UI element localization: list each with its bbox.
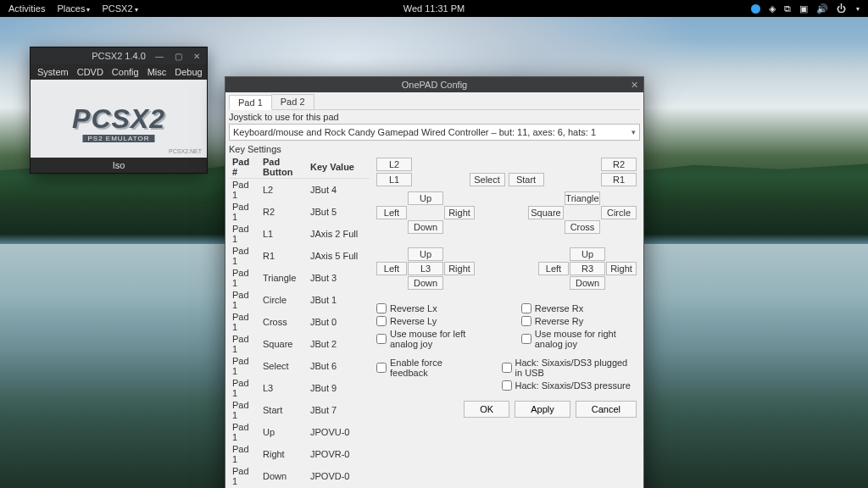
minimize-icon[interactable]: — xyxy=(153,50,166,62)
pcsx2-logo-area: PCSX2 PS2 EMULATOR PCSX2.NET xyxy=(31,80,207,158)
key-settings-label: Key Settings xyxy=(229,144,640,154)
pcsx2-menubar: System CDVD Config Misc Debug xyxy=(31,64,207,80)
system-menu-caret[interactable]: ▾ xyxy=(856,5,860,13)
keytable-panel: Pad # Pad Button Key Value Pad 1L2JBut 4… xyxy=(229,156,370,488)
chk-mouse-left[interactable]: Use mouse for left analog joy xyxy=(376,329,487,349)
chk-mouse-right[interactable]: Use mouse for right analog joy xyxy=(521,329,637,349)
menu-cdvd[interactable]: CDVD xyxy=(77,67,103,77)
tab-pad1[interactable]: Pad 1 xyxy=(229,95,272,110)
onepad-titlebar[interactable]: OnePAD Config ✕ xyxy=(225,77,643,92)
top-panel: Activities Places▾ PCSX2▾ Wed 11:31 PM ◈… xyxy=(0,0,868,17)
btn-rstick-left[interactable]: Left xyxy=(538,262,569,275)
key-table[interactable]: Pad # Pad Button Key Value Pad 1L2JBut 4… xyxy=(229,156,370,488)
btn-rstick-down[interactable]: Down xyxy=(570,276,605,290)
menu-debug[interactable]: Debug xyxy=(175,67,202,77)
btn-r1[interactable]: R1 xyxy=(601,173,637,186)
btn-lstick-left[interactable]: Left xyxy=(376,262,407,275)
table-row[interactable]: Pad 1RightJPOVR-0 xyxy=(229,443,370,465)
pcsx2-logo: PCSX2 xyxy=(72,103,165,135)
chk-reverse-lx[interactable]: Reverse Lx xyxy=(376,303,487,313)
pcsx2-tagline: PS2 EMULATOR xyxy=(82,135,154,142)
right-stick-cluster: Up LeftR3Right Down xyxy=(538,247,637,290)
tray-icon-screenshot[interactable]: ▣ xyxy=(799,3,808,14)
joystick-label: Joystick to use for this pad xyxy=(229,112,640,122)
btn-r2[interactable]: R2 xyxy=(601,158,637,171)
pcsx2-statusbar: Iso xyxy=(31,158,207,173)
left-stick-cluster: Up LeftL3Right Down xyxy=(376,247,475,290)
btn-triangle[interactable]: Triangle xyxy=(565,191,600,205)
apply-button[interactable]: Apply xyxy=(515,401,570,418)
btn-lstick-right[interactable]: Right xyxy=(444,262,475,275)
table-row[interactable]: Pad 1CrossJBut 0 xyxy=(229,311,370,333)
clock[interactable]: Wed 11:31 PM xyxy=(403,3,465,14)
tray-icon-power[interactable]: ⏻ xyxy=(837,3,846,14)
tray-icon-dropbox[interactable]: ⧉ xyxy=(784,3,791,14)
table-row[interactable]: Pad 1CircleJBut 1 xyxy=(229,289,370,311)
btn-lstick-down[interactable]: Down xyxy=(408,276,443,290)
appmenu-pcsx2[interactable]: PCSX2▾ xyxy=(102,3,137,14)
btn-right[interactable]: Right xyxy=(444,206,475,219)
pad-layout: L2 L1 Select Start R2 R1 Up Lef xyxy=(373,156,640,488)
btn-down[interactable]: Down xyxy=(408,220,443,234)
pcsx2-title: PCSX2 1.4.0 xyxy=(92,51,146,61)
chk-reverse-ry[interactable]: Reverse Ry xyxy=(521,316,637,326)
tray-icon-telegram[interactable] xyxy=(751,4,760,14)
face-cluster: Triangle SquareCircle Cross xyxy=(528,191,637,234)
pad-tabs: Pad 1 Pad 2 xyxy=(229,94,640,110)
tab-pad2[interactable]: Pad 2 xyxy=(271,94,314,109)
table-row[interactable]: Pad 1R2JBut 5 xyxy=(229,201,370,223)
maximize-icon[interactable]: ▢ xyxy=(171,50,185,62)
menu-misc[interactable]: Misc xyxy=(147,67,167,77)
onepad-window: OnePAD Config ✕ Pad 1 Pad 2 Joystick to … xyxy=(225,76,644,488)
btn-select[interactable]: Select xyxy=(470,173,505,186)
table-row[interactable]: Pad 1L1JAxis 2 Full xyxy=(229,223,370,245)
chk-hack-usb[interactable]: Hack: Sixaxis/DS3 plugged in USB xyxy=(502,358,637,378)
btn-up[interactable]: Up xyxy=(408,191,443,205)
cancel-button[interactable]: Cancel xyxy=(576,401,637,418)
menu-config[interactable]: Config xyxy=(112,67,139,77)
btn-lstick-up[interactable]: Up xyxy=(408,247,443,261)
table-row[interactable]: Pad 1SquareJBut 2 xyxy=(229,333,370,355)
btn-cross[interactable]: Cross xyxy=(565,220,600,234)
table-row[interactable]: Pad 1R1JAxis 5 Full xyxy=(229,245,370,267)
dpad-cluster: Up LeftRight Down xyxy=(376,191,475,234)
btn-l2[interactable]: L2 xyxy=(376,158,412,171)
activities-button[interactable]: Activities xyxy=(8,3,45,14)
btn-start[interactable]: Start xyxy=(509,173,544,186)
onepad-title: OnePAD Config xyxy=(402,80,467,90)
table-row[interactable]: Pad 1SelectJBut 6 xyxy=(229,355,370,377)
table-row[interactable]: Pad 1UpJPOVU-0 xyxy=(229,421,370,443)
table-row[interactable]: Pad 1L2JBut 4 xyxy=(229,179,370,202)
close-icon[interactable]: ✕ xyxy=(190,50,203,62)
table-row[interactable]: Pad 1L3JBut 9 xyxy=(229,377,370,399)
chk-hack-pressure[interactable]: Hack: Sixaxis/DS3 pressure xyxy=(502,380,637,391)
table-row[interactable]: Pad 1StartJBut 7 xyxy=(229,399,370,421)
menu-system[interactable]: System xyxy=(37,67,69,77)
joystick-select[interactable]: Keyboard/mouse and Rock Candy Gamepad Wi… xyxy=(229,124,640,141)
btn-rstick-right[interactable]: Right xyxy=(606,262,637,275)
btn-l1[interactable]: L1 xyxy=(376,173,412,186)
chk-reverse-ly[interactable]: Reverse Ly xyxy=(376,316,487,326)
btn-left[interactable]: Left xyxy=(376,206,407,219)
table-row[interactable]: Pad 1DownJPOVD-0 xyxy=(229,465,370,487)
chk-force-feedback[interactable]: Enable force feedback xyxy=(376,358,468,378)
btn-square[interactable]: Square xyxy=(528,206,564,219)
close-icon[interactable]: ✕ xyxy=(631,80,638,91)
ok-button[interactable]: OK xyxy=(464,401,509,418)
tray-icon-discord[interactable]: ◈ xyxy=(769,3,776,14)
chk-reverse-rx[interactable]: Reverse Rx xyxy=(521,303,637,313)
btn-rstick-up[interactable]: Up xyxy=(570,247,605,261)
btn-l3[interactable]: L3 xyxy=(408,262,443,275)
tray-icon-volume[interactable]: 🔊 xyxy=(816,3,828,14)
pcsx2-url: PCSX2.NET xyxy=(169,148,202,154)
table-row[interactable]: Pad 1TriangleJBut 3 xyxy=(229,267,370,289)
pcsx2-titlebar[interactable]: PCSX2 1.4.0 — ▢ ✕ xyxy=(31,47,207,64)
pcsx2-window: PCSX2 1.4.0 — ▢ ✕ System CDVD Config Mis… xyxy=(30,47,208,174)
places-menu[interactable]: Places▾ xyxy=(57,3,90,14)
btn-r3[interactable]: R3 xyxy=(570,262,605,275)
btn-circle[interactable]: Circle xyxy=(601,206,637,219)
